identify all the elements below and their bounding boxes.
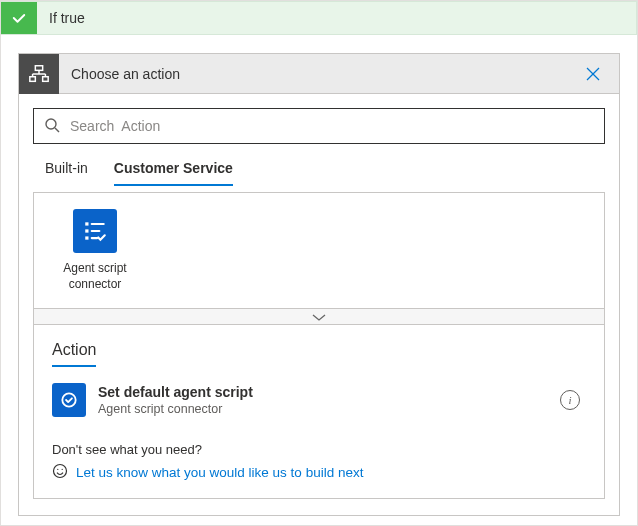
search-icon xyxy=(44,117,68,136)
panel-title: Choose an action xyxy=(59,66,575,82)
feedback: Don't see what you need? Let us k xyxy=(52,442,586,482)
search-input[interactable] xyxy=(68,117,594,135)
action-item-text: Set default agent script Agent script co… xyxy=(98,383,560,417)
smiley-icon xyxy=(52,463,68,482)
close-button[interactable] xyxy=(575,56,611,92)
svg-point-9 xyxy=(46,119,56,129)
action-section: Action Set default agent script Agent sc… xyxy=(34,324,604,497)
action-item-title: Set default agent script xyxy=(98,383,560,401)
connector-grid: Agent script connector xyxy=(34,193,604,308)
tab-customer-service[interactable]: Customer Service xyxy=(114,154,233,186)
svg-rect-0 xyxy=(35,65,42,70)
chevron-down-icon xyxy=(312,309,326,325)
panel-header: Choose an action xyxy=(19,54,619,94)
info-icon[interactable]: i xyxy=(560,390,580,410)
svg-rect-5 xyxy=(30,76,35,81)
expand-connectors-button[interactable] xyxy=(34,308,604,324)
action-item-subtitle: Agent script connector xyxy=(98,401,560,417)
svg-point-20 xyxy=(62,468,63,469)
svg-rect-11 xyxy=(85,222,88,225)
svg-point-18 xyxy=(54,464,67,477)
action-icon xyxy=(19,54,59,94)
action-set-default-agent-script[interactable]: Set default agent script Agent script co… xyxy=(52,381,586,419)
svg-line-10 xyxy=(55,128,59,132)
svg-rect-15 xyxy=(85,236,88,239)
svg-rect-13 xyxy=(85,229,88,232)
connector-area: Agent script connector Action xyxy=(33,192,605,499)
search-box[interactable] xyxy=(33,108,605,144)
svg-point-19 xyxy=(57,468,58,469)
tab-built-in[interactable]: Built-in xyxy=(45,154,88,186)
tabs: Built-in Customer Service xyxy=(33,144,605,186)
connector-name: Agent script connector xyxy=(52,261,138,292)
check-circle-icon xyxy=(52,383,86,417)
list-check-icon xyxy=(73,209,117,253)
feedback-question: Don't see what you need? xyxy=(52,442,586,457)
action-heading: Action xyxy=(52,341,96,367)
feedback-link[interactable]: Let us know what you would like us to bu… xyxy=(76,465,363,480)
checkmark-icon xyxy=(1,2,37,34)
condition-bar: If true xyxy=(1,1,637,35)
connector-agent-script[interactable]: Agent script connector xyxy=(52,209,138,292)
choose-action-panel: Choose an action Built-in Customer Servi… xyxy=(18,53,620,516)
condition-label: If true xyxy=(37,2,97,34)
svg-rect-6 xyxy=(43,76,48,81)
